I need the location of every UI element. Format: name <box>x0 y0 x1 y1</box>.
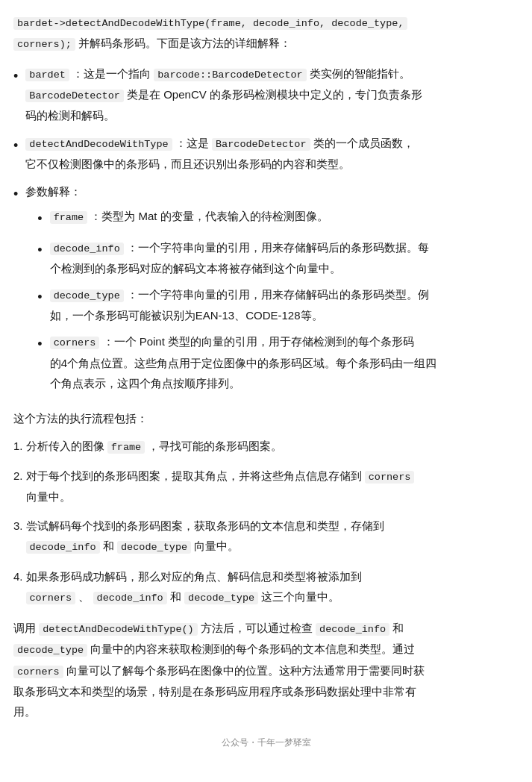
step1-code: frame <box>107 441 145 454</box>
step3-num: 3. <box>13 516 23 536</box>
footer-code2: decode_info <box>316 623 389 636</box>
intro-code: bardet->detectAndDecodeWithType(frame, d… <box>13 17 407 30</box>
decode-type-text2: 如，一个条形码可能被识别为EAN-13、CODE-128等。 <box>50 309 323 322</box>
footer-text2: 方法后，可以通过检查 <box>201 622 316 634</box>
step1-text2: ，寻找可能的条形码图案。 <box>148 440 282 452</box>
step4-code3: decode_type <box>184 592 258 604</box>
bardet-content: bardet ：这是一个指向 barcode::BarcodeDetector … <box>25 63 519 126</box>
detect-text3: 它不仅检测图像中的条形码，而且还识别出条形码的内容和类型。 <box>25 157 350 170</box>
step2-num: 2. <box>13 466 23 486</box>
sub-item-frame: frame ：类型为 Mat 的变量，代表输入的待检测图像。 <box>37 206 519 231</box>
step4-text4: 这三个向量中。 <box>261 590 339 603</box>
step3-text1: 尝试解码每个找到的条形码图案，获取条形码的文本信息和类型，存储到 <box>26 519 384 532</box>
detect-text1: ：这是 <box>175 137 212 149</box>
flow-heading: 这个方法的执行流程包括： <box>13 408 519 428</box>
main-list: bardet ：这是一个指向 barcode::BarcodeDetector … <box>13 63 519 399</box>
decode-type-text1: ：一个字符串向量的引用，用来存储解码出的条形码类型。例 <box>127 288 429 301</box>
frame-content: frame ：类型为 Mat 的变量，代表输入的待检测图像。 <box>50 206 519 227</box>
corners-text2: 的4个角点位置。这些角点用于定位图像中的条形码区域。每个条形码由一组四 <box>50 357 436 369</box>
footer-text1: 调用 <box>13 622 39 634</box>
step4-num: 4. <box>13 566 23 586</box>
sub-item-decode-type: decode_type ：一个字符串向量的引用，用来存储解码出的条形码类型。例 … <box>37 284 519 325</box>
decode-info-text1: ：一个字符串向量的引用，用来存储解码后的条形码数据。每 <box>127 241 429 254</box>
intro-paragraph: bardet->detectAndDecodeWithType(frame, d… <box>13 12 519 54</box>
footer-code1: detectAndDecodeWithType() <box>39 623 198 636</box>
barcode-detector-code: barcode::BarcodeDetector <box>154 69 306 81</box>
bardet-text3: 类是在 OpenCV 的条形码检测模块中定义的，专门负责条形 <box>127 88 422 101</box>
step-2: 2. 对于每个找到的条形码图案，提取其角点，并将这些角点信息存储到 corner… <box>13 466 519 507</box>
footer-text4: 向量中的内容来获取检测到的每个条形码的文本信息和类型。通过 <box>90 642 415 655</box>
watermark: 公众号・千年一梦驿室 <box>13 735 519 751</box>
step-4: 4. 如果条形码成功解码，那么对应的角点、解码信息和类型将被添加到 corner… <box>13 566 519 607</box>
numbered-list: 1. 分析传入的图像 frame ，寻找可能的条形码图案。 2. 对于每个找到的… <box>13 436 519 607</box>
step2-code: corners <box>365 471 415 484</box>
step-1: 1. 分析传入的图像 frame ，寻找可能的条形码图案。 <box>13 436 519 457</box>
footer-block: 调用 detectAndDecodeWithType() 方法后，可以通过检查 … <box>13 618 519 722</box>
sub-item-corners: corners ：一个 Point 类型的向量的引用，用于存储检测到的每个条形码… <box>37 331 519 392</box>
intro-code2: corners); <box>13 38 75 51</box>
step4-text1: 如果条形码成功解码，那么对应的角点、解码信息和类型将被添加到 <box>26 570 362 583</box>
step4-code2: decode_info <box>93 592 167 604</box>
step2-text1: 对于每个找到的条形码图案，提取其角点，并将这些角点信息存储到 <box>26 469 365 482</box>
step3-content: 尝试解码每个找到的条形码图案，获取条形码的文本信息和类型，存储到 decode_… <box>26 516 519 557</box>
footer-code4: corners <box>13 666 63 678</box>
step1-text1: 分析传入的图像 <box>26 440 107 452</box>
list-item-detect: detectAndDecodeWithType ：这是 BarcodeDetec… <box>13 133 519 174</box>
step4-code1: corners <box>26 592 76 604</box>
bardet-text4: 码的检测和解码。 <box>25 109 115 122</box>
decode-type-code: decode_type <box>50 290 124 302</box>
footer-text6: 取条形码文本和类型的场景，特别是在条形码应用程序或条形码数据处理中非常有 <box>13 685 416 698</box>
step4-content: 如果条形码成功解码，那么对应的角点、解码信息和类型将被添加到 corners 、… <box>26 566 519 607</box>
footer-code3: decode_type <box>13 644 87 657</box>
params-label: 参数解释： <box>25 185 81 198</box>
step4-text3: 和 <box>170 590 184 603</box>
list-item-params: 参数解释： frame ：类型为 Mat 的变量，代表输入的待检测图像。 dec… <box>13 181 519 398</box>
corners-code: corners <box>50 337 100 349</box>
intro-text: 并解码条形码。下面是该方法的详细解释： <box>78 37 291 49</box>
corners-content: corners ：一个 Point 类型的向量的引用，用于存储检测到的每个条形码… <box>50 331 519 392</box>
bardet-code: bardet <box>25 69 69 81</box>
step2-text2: 向量中。 <box>26 490 71 503</box>
step4-text2: 、 <box>78 590 93 603</box>
detect-code: detectAndDecodeWithType <box>25 138 172 151</box>
detect-bd-code: BarcodeDetector <box>212 138 310 151</box>
barcode-detector-code2: BarcodeDetector <box>25 90 124 102</box>
decode-type-content: decode_type ：一个字符串向量的引用，用来存储解码出的条形码类型。例 … <box>50 284 519 325</box>
bardet-text2: 类实例的智能指针。 <box>310 67 410 80</box>
footer-text5: 向量可以了解每个条形码在图像中的位置。这种方法通常用于需要同时获 <box>66 664 425 677</box>
step3-text3: 向量中。 <box>194 539 239 552</box>
step1-num: 1. <box>13 436 23 456</box>
frame-code: frame <box>50 211 88 224</box>
frame-text: ：类型为 Mat 的变量，代表输入的待检测图像。 <box>90 210 328 222</box>
decode-info-content: decode_info ：一个字符串向量的引用，用来存储解码后的条形码数据。每 … <box>50 237 519 278</box>
step-3: 3. 尝试解码每个找到的条形码图案，获取条形码的文本信息和类型，存储到 deco… <box>13 516 519 557</box>
detect-text2: 类的一个成员函数， <box>313 137 414 149</box>
footer-text7: 用。 <box>13 705 36 718</box>
decode-info-text2: 个检测到的条形码对应的解码文本将被存储到这个向量中。 <box>50 262 341 275</box>
step3-text2: 和 <box>103 539 117 552</box>
step1-content: 分析传入的图像 frame ，寻找可能的条形码图案。 <box>26 436 519 457</box>
decode-info-code: decode_info <box>50 243 124 255</box>
corners-text3: 个角点表示，这四个角点按顺序排列。 <box>50 377 240 390</box>
sub-list: frame ：类型为 Mat 的变量，代表输入的待检测图像。 decode_in… <box>25 206 519 392</box>
footer-text3: 和 <box>392 622 404 634</box>
list-item-bardet: bardet ：这是一个指向 barcode::BarcodeDetector … <box>13 63 519 126</box>
sub-item-decode-info: decode_info ：一个字符串向量的引用，用来存储解码后的条形码数据。每 … <box>37 237 519 278</box>
step3-code2: decode_type <box>117 541 191 554</box>
step3-code1: decode_info <box>26 541 100 554</box>
bardet-text1: ：这是一个指向 <box>72 67 154 80</box>
detect-content: detectAndDecodeWithType ：这是 BarcodeDetec… <box>25 133 519 174</box>
params-content: 参数解释： frame ：类型为 Mat 的变量，代表输入的待检测图像。 dec… <box>25 181 519 398</box>
corners-text1: ：一个 Point 类型的向量的引用，用于存储检测到的每个条形码 <box>103 335 415 348</box>
step2-content: 对于每个找到的条形码图案，提取其角点，并将这些角点信息存储到 corners 向… <box>26 466 519 507</box>
